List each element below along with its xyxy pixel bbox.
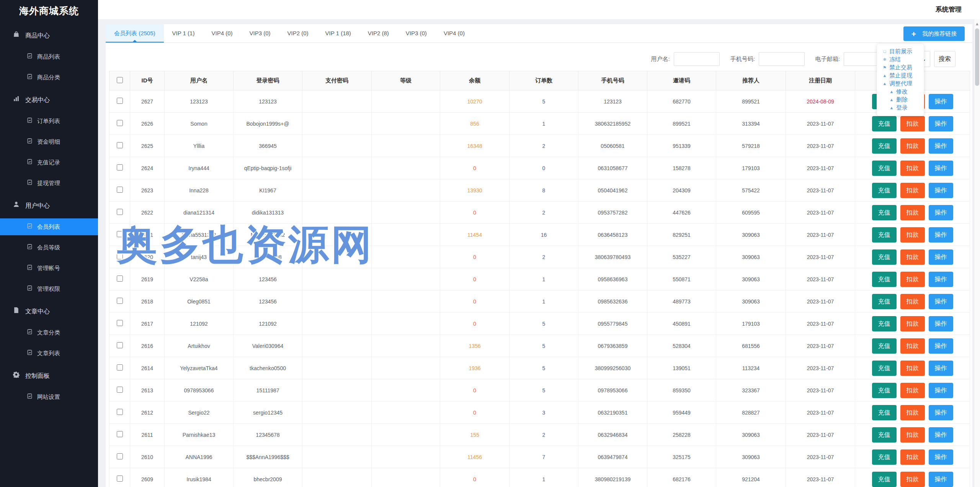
row-checkbox[interactable] (117, 320, 123, 326)
scrollbar-thumb[interactable] (975, 28, 979, 86)
context-menu-item[interactable]: ▲禁止提现 (877, 72, 924, 79)
operate-button[interactable]: 操作 (929, 161, 953, 176)
sidebar-item[interactable]: 文章列表 (0, 345, 98, 362)
filter-input[interactable] (759, 52, 805, 66)
row-checkbox[interactable] (117, 298, 123, 304)
sidebar-item[interactable]: 商品分类 (0, 69, 98, 86)
select-all-checkbox[interactable] (117, 77, 123, 83)
sidebar-item[interactable]: 会员等级 (0, 239, 98, 256)
operate-button[interactable]: 操作 (929, 472, 953, 487)
vertical-scrollbar[interactable]: ▲ (974, 19, 980, 487)
search-button[interactable]: 搜索 (934, 51, 956, 67)
recharge-button[interactable]: 充值 (872, 183, 897, 198)
deduct-button[interactable]: 扣款 (900, 338, 925, 354)
operate-button[interactable]: 操作 (929, 405, 953, 420)
filter-input[interactable] (674, 52, 720, 66)
tab-5[interactable]: VIP 1 (18) (317, 24, 359, 43)
sidebar-section-2[interactable]: 用户中心 (0, 197, 98, 215)
row-checkbox[interactable] (117, 253, 123, 259)
tab-3[interactable]: VIP3 (0) (241, 24, 279, 43)
system-admin-link[interactable]: 系统管理 (936, 0, 962, 19)
row-checkbox[interactable] (117, 231, 123, 237)
row-checkbox[interactable] (117, 476, 123, 482)
tab-6[interactable]: VIP2 (8) (359, 24, 397, 43)
recharge-button[interactable]: 充值 (872, 161, 897, 176)
deduct-button[interactable]: 扣款 (900, 205, 925, 220)
row-checkbox[interactable] (117, 275, 123, 282)
tab-2[interactable]: VIP4 (0) (203, 24, 241, 43)
deduct-button[interactable]: 扣款 (900, 249, 925, 265)
sidebar-item[interactable]: 管理权限 (0, 280, 98, 297)
recharge-button[interactable]: 充值 (872, 227, 897, 243)
deduct-button[interactable]: 扣款 (900, 272, 925, 287)
operate-button[interactable]: 操作 (929, 227, 953, 243)
row-checkbox[interactable] (117, 120, 123, 126)
sidebar-item[interactable]: 订单列表 (0, 113, 98, 130)
sidebar-item[interactable]: 会员列表 (0, 218, 98, 235)
row-checkbox[interactable] (117, 409, 123, 415)
row-checkbox[interactable] (117, 98, 123, 104)
tab-7[interactable]: VIP3 (0) (397, 24, 435, 43)
sidebar-section-4[interactable]: 控制面板 (0, 367, 98, 385)
operate-button[interactable]: 操作 (929, 116, 953, 131)
row-checkbox[interactable] (117, 187, 123, 193)
deduct-button[interactable]: 扣款 (900, 472, 925, 487)
context-menu-item[interactable]: ▲登录 (877, 104, 924, 112)
row-checkbox[interactable] (117, 142, 123, 148)
row-checkbox[interactable] (117, 209, 123, 215)
deduct-button[interactable]: 扣款 (900, 138, 925, 154)
my-referral-link-button[interactable]: + 我的推荐链接 (903, 26, 965, 41)
deduct-button[interactable]: 扣款 (900, 449, 925, 465)
deduct-button[interactable]: 扣款 (900, 361, 925, 376)
operate-button[interactable]: 操作 (929, 449, 953, 465)
operate-button[interactable]: 操作 (929, 183, 953, 198)
deduct-button[interactable]: 扣款 (900, 227, 925, 243)
recharge-button[interactable]: 充值 (872, 249, 897, 265)
context-menu-item[interactable]: ❄冻结 (877, 56, 924, 63)
deduct-button[interactable]: 扣款 (900, 383, 925, 398)
recharge-button[interactable]: 充值 (872, 205, 897, 220)
recharge-button[interactable]: 充值 (872, 361, 897, 376)
sidebar-item[interactable]: 管理帐号 (0, 260, 98, 277)
recharge-button[interactable]: 充值 (872, 405, 897, 420)
operate-button[interactable]: 操作 (929, 94, 953, 109)
sidebar-item[interactable]: 充值记录 (0, 154, 98, 171)
recharge-button[interactable]: 充值 (872, 138, 897, 154)
sidebar-item[interactable]: 文章分类 (0, 324, 98, 341)
operate-button[interactable]: 操作 (929, 316, 953, 331)
sidebar-section-3[interactable]: 文章中心 (0, 303, 98, 320)
context-menu-item[interactable]: ▲调整代理 (877, 80, 924, 87)
recharge-button[interactable]: 充值 (872, 449, 897, 465)
row-checkbox[interactable] (117, 364, 123, 371)
operate-button[interactable]: 操作 (929, 427, 953, 443)
deduct-button[interactable]: 扣款 (900, 183, 925, 198)
deduct-button[interactable]: 扣款 (900, 116, 925, 131)
recharge-button[interactable]: 充值 (872, 116, 897, 131)
scroll-up-icon[interactable]: ▲ (974, 19, 980, 26)
tab-1[interactable]: VIP 1 (1) (164, 24, 203, 43)
row-checkbox[interactable] (117, 342, 123, 348)
tab-4[interactable]: VIP2 (0) (279, 24, 317, 43)
recharge-button[interactable]: 充值 (872, 272, 897, 287)
row-checkbox[interactable] (117, 453, 123, 459)
operate-button[interactable]: 操作 (929, 383, 953, 398)
sidebar-item[interactable]: 提现管理 (0, 175, 98, 192)
deduct-button[interactable]: 扣款 (900, 316, 925, 331)
deduct-button[interactable]: 扣款 (900, 427, 925, 443)
recharge-button[interactable]: 充值 (872, 338, 897, 354)
operate-button[interactable]: 操作 (929, 361, 953, 376)
operate-button[interactable]: 操作 (929, 294, 953, 309)
sidebar-item[interactable]: 资金明细 (0, 133, 98, 150)
recharge-button[interactable]: 充值 (872, 316, 897, 331)
context-menu-item[interactable]: ⚑禁止交易 (877, 64, 924, 71)
recharge-button[interactable]: 充值 (872, 472, 897, 487)
sidebar-item[interactable]: 商品列表 (0, 48, 98, 65)
context-menu-item[interactable]: □目前展示 (877, 48, 924, 55)
context-menu-item[interactable]: ▲删除 (877, 96, 924, 103)
operate-button[interactable]: 操作 (929, 205, 953, 220)
deduct-button[interactable]: 扣款 (900, 161, 925, 176)
tab-0[interactable]: 会员列表 (2505) (106, 24, 164, 43)
operate-button[interactable]: 操作 (929, 249, 953, 265)
recharge-button[interactable]: 充值 (872, 294, 897, 309)
row-checkbox[interactable] (117, 387, 123, 393)
